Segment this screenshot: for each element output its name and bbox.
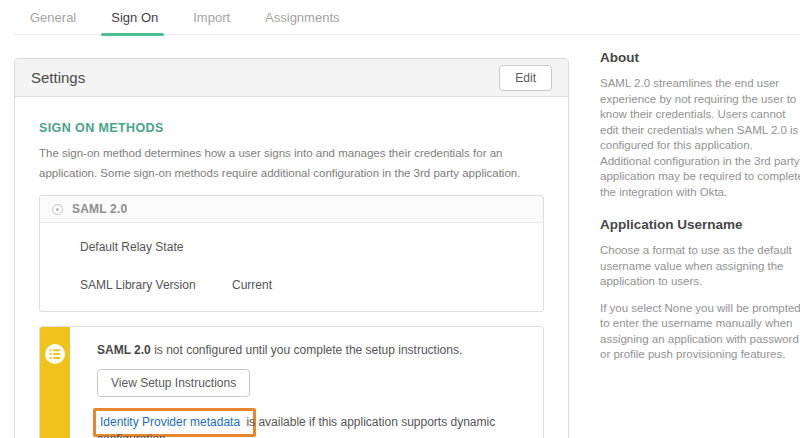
setup-notice: SAML 2.0 is not configured until you com… [39,326,544,438]
tab-assignments-label: Assignments [265,10,339,25]
settings-panel: Settings Edit SIGN ON METHODS The sign-o… [14,58,569,438]
tab-sign-on-label: Sign On [111,10,158,25]
metadata-sentence: Identity Provider metadata is available … [97,412,527,438]
settings-panel-body: SIGN ON METHODS The sign-on method deter… [15,97,568,438]
view-setup-instructions-button[interactable]: View Setup Instructions [97,369,250,397]
saml-accordion-header[interactable]: SAML 2.0 [40,196,543,223]
tab-import[interactable]: Import [191,1,232,34]
saml-accordion-title: SAML 2.0 [72,202,127,216]
identity-provider-metadata-link[interactable]: Identity Provider metadata [100,415,240,429]
notice-content: SAML 2.0 is not configured until you com… [70,327,543,438]
radio-dot-icon [52,204,63,215]
saml-accordion-body: Default Relay State SAML Library Version… [40,223,543,311]
help-sidebar: About SAML 2.0 streamlines the end user … [600,50,800,363]
tab-general-label: General [30,10,76,25]
application-username-paragraph-1: Choose a format to use as the default us… [600,243,800,290]
saml-library-version-value: Current [232,278,272,292]
panel-title: Settings [31,69,85,86]
application-username-paragraph-2: If you select None you will be prompted … [600,301,800,363]
edit-button[interactable]: Edit [499,65,552,91]
notice-message-bold: SAML 2.0 [97,343,151,357]
about-body: SAML 2.0 streamlines the end user experi… [600,76,800,200]
list-icon [45,344,65,364]
tab-import-label: Import [193,10,230,25]
default-relay-state-label: Default Relay State [80,240,232,254]
application-username-section: Application Username Choose a format to … [600,217,800,363]
active-tab-indicator [101,33,164,36]
table-row: Default Relay State [40,235,543,259]
sign-on-methods-description: The sign-on method determines how a user… [39,143,544,183]
tab-sign-on[interactable]: Sign On [109,1,160,34]
saml-accordion: SAML 2.0 Default Relay State SAML Librar… [39,195,544,312]
tab-general[interactable]: General [28,1,78,34]
tab-assignments[interactable]: Assignments [263,1,341,34]
saml-library-version-label: SAML Library Version [80,278,232,292]
settings-panel-header: Settings Edit [15,59,568,97]
sign-on-methods-heading: SIGN ON METHODS [39,121,544,135]
about-heading: About [600,50,800,65]
table-row: SAML Library Version Current [40,273,543,297]
notice-message: SAML 2.0 is not configured until you com… [97,343,527,357]
application-username-heading: Application Username [600,217,800,232]
notice-accent-stripe [40,327,70,438]
tab-bar: General Sign On Import Assignments [14,0,800,35]
page: General Sign On Import Assignments Setti… [0,0,800,438]
about-section: About SAML 2.0 streamlines the end user … [600,50,800,200]
notice-message-rest: is not configured until you complete the… [151,343,463,357]
